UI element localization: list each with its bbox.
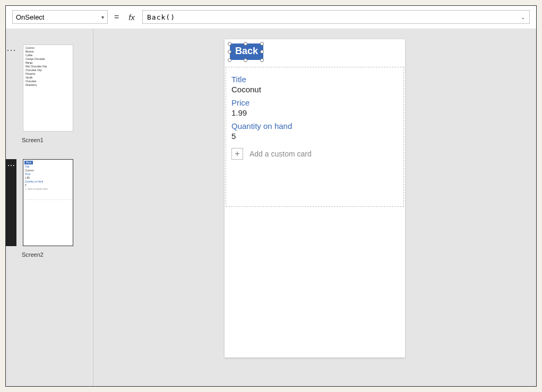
selection-handle[interactable] (228, 42, 231, 46)
screen2-block: ⋯ Back Title Coconut Price 1.99 Quantity… (6, 159, 93, 258)
mini-qty-label: Quantity on hand (24, 180, 72, 184)
list-item: Chocolate Chip (24, 68, 72, 72)
screen2-thumbnail[interactable]: Back Title Coconut Price 1.99 Quantity o… (23, 159, 73, 246)
list-item: Mint Chocolate Chip (24, 65, 72, 68)
list-item: Banana (24, 50, 72, 54)
add-custom-card-label: Add a custom card (250, 150, 312, 158)
add-custom-card[interactable]: + Add a custom card (231, 148, 398, 160)
back-button[interactable]: Back (230, 43, 263, 60)
price-label: Price (231, 98, 398, 107)
mini-title-label: Title (24, 165, 72, 169)
selection-handle[interactable] (260, 42, 264, 46)
plus-icon[interactable]: + (231, 148, 243, 160)
equals-label: = (112, 12, 121, 22)
formula-input[interactable]: Back() ⌄ (142, 10, 530, 24)
mini-qty-value: 5 (24, 184, 72, 187)
list-item: Vanilla (24, 76, 72, 80)
formula-bar: OnSelect ▾ = fx Back() ⌄ (6, 6, 536, 29)
title-value: Coconut (231, 85, 398, 94)
mini-back-button: Back (24, 161, 33, 164)
mini-price-label: Price (24, 172, 72, 176)
main-area: ⋯ Coconut Banana Coffee Orange Chocolate… (6, 29, 536, 386)
screen1-thumbnail[interactable]: Coconut Banana Coffee Orange Chocolate M… (23, 45, 73, 132)
more-icon[interactable]: ⋯ (6, 45, 16, 53)
list-item: Strawberry (24, 83, 72, 87)
selection-handle[interactable] (228, 58, 231, 62)
screens-panel: ⋯ Coconut Banana Coffee Orange Chocolate… (6, 29, 93, 386)
list-item: Mango (24, 61, 72, 65)
title-label: Title (231, 75, 398, 84)
app-window: OnSelect ▾ = fx Back() ⌄ ⋯ Coconut Banan… (5, 5, 537, 387)
qty-label: Quantity on hand (231, 121, 398, 130)
mini-add-card: + Add a custom card (24, 187, 72, 191)
price-value: 1.99 (231, 108, 398, 117)
selection-handle[interactable] (244, 42, 247, 46)
phone-canvas[interactable]: Back Title Coconut Price 1.99 Quantity o… (225, 39, 405, 358)
fx-icon[interactable]: fx (125, 13, 138, 22)
mini-price-value: 1.99 (24, 176, 72, 180)
list-item: Pistachio (24, 72, 72, 76)
list-item: Coconut (24, 46, 72, 50)
formula-text: Back() (147, 13, 175, 21)
screen1-label: Screen1 (22, 137, 93, 143)
selection-handle[interactable] (228, 50, 231, 54)
screen1-block: ⋯ Coconut Banana Coffee Orange Chocolate… (6, 45, 93, 143)
chevron-down-icon[interactable]: ⌄ (521, 14, 525, 20)
screen2-label: Screen2 (22, 251, 93, 258)
canvas-area: Back Title Coconut Price 1.99 Quantity o… (93, 29, 536, 386)
chevron-down-icon: ▾ (101, 14, 104, 20)
property-select[interactable]: OnSelect ▾ (12, 10, 108, 24)
list-item: Orange Chocolate (24, 57, 72, 61)
selection-handle[interactable] (260, 58, 264, 62)
selection-handle[interactable] (244, 58, 247, 62)
list-item: Chocolate (24, 80, 72, 83)
form-area[interactable]: Title Coconut Price 1.99 Quantity on han… (226, 67, 404, 207)
qty-value: 5 (231, 132, 398, 141)
more-icon[interactable]: ⋯ (6, 159, 16, 246)
selection-handle[interactable] (260, 50, 264, 54)
property-select-value: OnSelect (16, 13, 44, 21)
mini-title-value: Coconut (24, 169, 72, 172)
list-item: Coffee (24, 54, 72, 57)
